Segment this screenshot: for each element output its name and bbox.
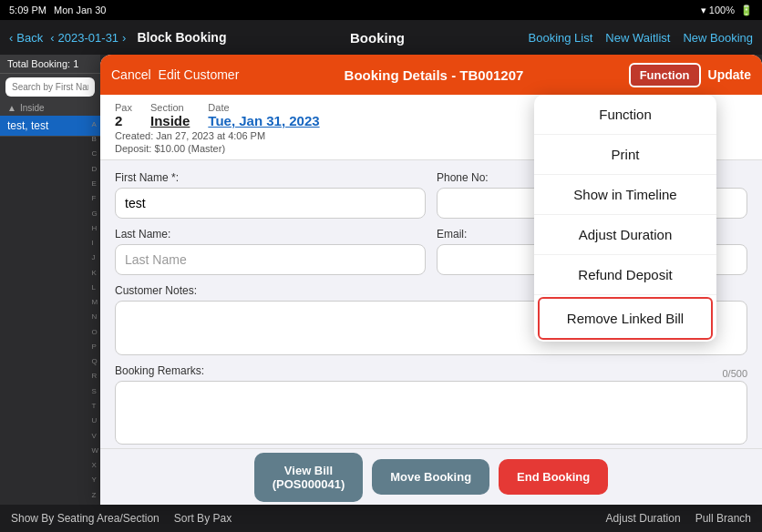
booking-list: test, test A B C D E F G H I J K L M N O… xyxy=(0,116,100,505)
alpha-P[interactable]: P xyxy=(91,343,98,352)
back-icon: ‹ xyxy=(9,31,13,45)
alpha-X[interactable]: X xyxy=(91,461,98,470)
alpha-V[interactable]: V xyxy=(91,432,98,441)
remarks-label: Booking Remarks: xyxy=(115,364,204,377)
top-nav: ‹ Back ‹ 2023-01-31 › Block Booking Book… xyxy=(0,20,762,55)
alpha-O[interactable]: O xyxy=(91,328,98,337)
back-button[interactable]: ‹ Back xyxy=(9,31,43,45)
dropdown-item-remove-linked-bill[interactable]: Remove Linked Bill xyxy=(538,297,713,340)
booking-name: test, test xyxy=(7,119,93,132)
nav-right-actions: Booking List New Waitlist New Booking xyxy=(529,31,753,45)
pull-branch-button[interactable]: Pull Branch xyxy=(695,512,751,525)
alpha-C[interactable]: C xyxy=(91,149,98,159)
new-waitlist-link[interactable]: New Waitlist xyxy=(605,31,670,45)
search-input[interactable] xyxy=(5,77,95,97)
new-booking-link[interactable]: New Booking xyxy=(683,31,753,45)
bottom-bar: Show By Seating Area/Section Sort By Pax… xyxy=(0,505,762,532)
alpha-D[interactable]: D xyxy=(91,165,98,174)
alpha-T[interactable]: T xyxy=(91,402,98,411)
total-booking-label: Total Booking: 1 xyxy=(0,55,100,74)
status-bar: 5:09 PM Mon Jan 30 ▾ 100% 🔋 xyxy=(0,0,762,20)
section-value: Inside xyxy=(150,113,190,128)
first-name-input[interactable] xyxy=(115,188,426,219)
first-name-label: First Name *: xyxy=(115,171,426,184)
adjust-duration-button[interactable]: Adjust Duration xyxy=(606,512,681,525)
status-bar-right: ▾ 100% 🔋 xyxy=(701,5,753,16)
alphabet-list: A B C D E F G H I J K L M N O P Q R S T … xyxy=(89,116,100,505)
alpha-S[interactable]: S xyxy=(91,387,98,396)
alpha-B[interactable]: B xyxy=(91,135,98,144)
alpha-U[interactable]: U xyxy=(91,416,98,425)
dropdown-item-adjust[interactable]: Adjust Duration xyxy=(534,215,716,255)
alpha-F[interactable]: F xyxy=(91,194,98,203)
pax-label: Pax xyxy=(115,102,132,113)
alpha-L[interactable]: L xyxy=(91,283,98,292)
day: Mon Jan 30 xyxy=(54,5,106,15)
remarks-group: Booking Remarks: 0/500 xyxy=(115,364,747,445)
modal-footer: View Bill(POS000041) Move Booking End Bo… xyxy=(100,448,762,505)
remarks-input[interactable] xyxy=(115,381,747,445)
last-name-input[interactable] xyxy=(115,244,426,275)
date-label: Date xyxy=(208,102,319,113)
battery-icon: 🔋 xyxy=(740,5,753,16)
alpha-R[interactable]: R xyxy=(91,372,98,381)
alpha-G[interactable]: G xyxy=(91,210,98,219)
status-bar-left: 5:09 PM Mon Jan 30 xyxy=(9,5,106,15)
left-panel: Total Booking: 1 ▲ Inside test, test A B… xyxy=(0,55,100,505)
cancel-button[interactable]: Cancel xyxy=(111,67,151,82)
alpha-N[interactable]: N xyxy=(91,312,98,322)
alpha-E[interactable]: E xyxy=(91,179,98,189)
alpha-M[interactable]: M xyxy=(91,298,98,307)
bottom-right-actions: Adjust Duration Pull Branch xyxy=(606,512,751,525)
wifi-icon: ▾ 100% xyxy=(701,5,735,16)
dropdown-item-refund[interactable]: Refund Deposit xyxy=(534,255,716,295)
edit-customer-button[interactable]: Edit Customer xyxy=(159,67,240,82)
alpha-I[interactable]: I xyxy=(91,239,98,248)
alpha-K[interactable]: K xyxy=(91,269,98,278)
function-button[interactable]: Function xyxy=(629,63,701,87)
move-booking-button[interactable]: Move Booking xyxy=(372,459,489,495)
booking-list-link[interactable]: Booking List xyxy=(529,31,593,45)
section-header: ▲ Inside xyxy=(0,100,100,116)
booking-modal: Cancel Edit Customer Booking Details - T… xyxy=(100,55,762,505)
chevron-left-icon: ‹ xyxy=(50,31,54,45)
first-name-group: First Name *: xyxy=(115,171,426,219)
center-title: Booking xyxy=(233,30,520,46)
booking-item[interactable]: test, test xyxy=(0,116,100,137)
nav-date[interactable]: ‹ 2023-01-31 › xyxy=(50,31,126,45)
dropdown-item-timeline[interactable]: Show in Timeline xyxy=(534,175,716,215)
chevron-right-icon: › xyxy=(122,31,126,45)
arrow-icon: ▲ xyxy=(7,103,16,113)
dropdown-item-print[interactable]: Print xyxy=(534,135,716,175)
dropdown-item-function[interactable]: Function xyxy=(534,95,716,135)
alpha-W[interactable]: W xyxy=(91,446,98,455)
alpha-Y[interactable]: Y xyxy=(91,476,98,485)
time: 5:09 PM xyxy=(9,5,46,15)
end-booking-button[interactable]: End Booking xyxy=(499,459,608,495)
search-box xyxy=(0,74,100,100)
modal-header: Cancel Edit Customer Booking Details - T… xyxy=(100,55,762,95)
block-booking-link[interactable]: Block Booking xyxy=(137,30,226,45)
function-dropdown: Function Print Show in Timeline Adjust D… xyxy=(534,95,716,342)
char-count: 0/500 xyxy=(722,368,747,379)
view-bill-button[interactable]: View Bill(POS000041) xyxy=(254,453,364,502)
date-value: Tue, Jan 31, 2023 xyxy=(208,113,319,128)
alpha-Q[interactable]: Q xyxy=(91,357,98,366)
last-name-label: Last Name: xyxy=(115,228,426,240)
alpha-Z[interactable]: Z xyxy=(91,491,98,500)
alpha-A[interactable]: A xyxy=(91,120,98,129)
show-by-seating-button[interactable]: Show By Seating Area/Section xyxy=(11,512,160,525)
alpha-H[interactable]: H xyxy=(91,224,98,233)
alpha-J[interactable]: J xyxy=(91,253,98,262)
pax-value: 2 xyxy=(115,113,132,128)
section-label: Section xyxy=(150,102,190,113)
modal-title: Booking Details - TB001207 xyxy=(246,67,621,83)
sort-by-pax-button[interactable]: Sort By Pax xyxy=(174,512,232,525)
update-button[interactable]: Update xyxy=(708,67,751,82)
last-name-group: Last Name: xyxy=(115,228,426,275)
